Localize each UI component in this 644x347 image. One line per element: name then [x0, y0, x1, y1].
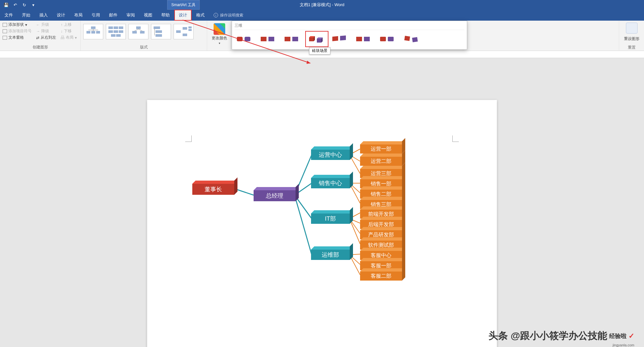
svg-rect-0 — [91, 26, 96, 29]
svg-rect-16 — [140, 31, 145, 34]
node-ops-2[interactable]: 运营二部 — [360, 157, 402, 166]
node-sales-center[interactable]: 销售中心 — [311, 178, 350, 188]
qat-dropdown-icon[interactable]: ▾ — [30, 2, 36, 8]
svg-rect-53 — [340, 35, 346, 41]
svg-rect-50 — [317, 39, 321, 43]
svg-rect-23 — [176, 30, 181, 33]
document-area: 董事长 总经理 运营中心 销售中心 IT部 运维部 运营一部 运营二部 运营三部… — [0, 58, 644, 347]
layout-thumb-3[interactable] — [128, 24, 148, 39]
tab-smartart-design[interactable]: 设计 — [174, 10, 192, 21]
svg-rect-52 — [332, 36, 338, 41]
svg-rect-19 — [154, 26, 160, 29]
save-icon[interactable]: 💾 — [3, 2, 9, 8]
svg-rect-55 — [364, 37, 370, 41]
layout-thumb-4[interactable] — [151, 24, 171, 39]
svg-rect-59 — [412, 37, 418, 42]
group-label-reset: 重置 — [628, 44, 636, 51]
reset-graphic-label[interactable]: 重设图形 — [624, 36, 639, 42]
tab-design-doc[interactable]: 设计 — [52, 10, 70, 21]
text-pane-button[interactable]: 文本窗格 — [3, 35, 32, 40]
ribbon-tabs: 文件 开始 插入 设计 布局 引用 邮件 审阅 视图 帮助 设计 格式 ♀ 操作… — [0, 10, 644, 21]
smartart-org-chart[interactable]: 董事长 总经理 运营中心 销售中心 IT部 运维部 运营一部 运营二部 运营三部… — [170, 139, 473, 345]
tell-me-label: 操作说明搜索 — [220, 13, 243, 18]
move-down-button: ↓ 下移 — [61, 28, 77, 34]
style-3d-brick-scene[interactable]: 砖块场景 — [306, 32, 327, 46]
tell-me-search[interactable]: ♀ 操作说明搜索 — [209, 10, 248, 21]
group-create-graphic: 添加形状 ▾ 添加项目符号 文本窗格 ← 升级 → 降级 ⇄ 从右到左 ↑ 上移… — [0, 21, 81, 51]
smartart-styles-dropdown: 三维 砖块场景 — [232, 21, 467, 50]
tab-references[interactable]: 引用 — [87, 10, 105, 21]
node-cs-2[interactable]: 客服二部 — [360, 272, 402, 281]
layout-thumb-2[interactable] — [106, 24, 126, 39]
svg-rect-6 — [108, 26, 113, 29]
svg-rect-41 — [245, 37, 250, 41]
add-shape-icon — [3, 23, 7, 27]
tab-help[interactable]: 帮助 — [157, 10, 174, 21]
reset-graphic-icon[interactable] — [626, 23, 638, 34]
svg-rect-54 — [356, 37, 362, 41]
node-general-manager[interactable]: 总经理 — [254, 190, 296, 201]
watermark-brand: 经验啦 — [609, 332, 627, 340]
svg-rect-3 — [96, 31, 100, 34]
style-3d-8[interactable] — [402, 32, 423, 46]
svg-rect-10 — [114, 30, 118, 33]
svg-rect-44 — [285, 37, 290, 41]
tab-insert[interactable]: 插入 — [35, 10, 52, 21]
change-colors-button[interactable]: 更改颜色 ▾ — [210, 22, 229, 45]
tab-home[interactable]: 开始 — [17, 10, 35, 21]
undo-icon[interactable]: ↶ — [12, 2, 18, 8]
group-label-layouts: 版式 — [83, 44, 204, 51]
rtl-button[interactable]: ⇄ 从右到左 — [36, 35, 56, 40]
svg-rect-1 — [86, 31, 90, 34]
add-shape-button[interactable]: 添加形状 ▾ — [3, 22, 32, 27]
svg-rect-58 — [404, 36, 410, 41]
tab-layout[interactable]: 布局 — [70, 10, 87, 21]
layout-thumb-5[interactable] — [174, 24, 194, 39]
svg-rect-25 — [183, 34, 187, 36]
node-operations-center[interactable]: 运营中心 — [311, 150, 350, 160]
svg-rect-42 — [261, 37, 267, 41]
watermark: 头条 @跟小小筱学办公技能 经验啦 ✓ jingyanla.com — [488, 329, 634, 342]
svg-rect-47 — [309, 37, 314, 41]
svg-rect-13 — [116, 34, 121, 37]
move-up-button: ↑ 上移 — [61, 22, 77, 27]
svg-rect-2 — [91, 31, 95, 34]
svg-rect-14 — [136, 26, 141, 29]
node-chairman[interactable]: 董事长 — [192, 184, 234, 195]
tab-smartart-format[interactable]: 格式 — [192, 10, 209, 21]
group-layouts: 版式 — [81, 21, 207, 51]
svg-line-17 — [135, 29, 138, 31]
svg-rect-57 — [388, 37, 394, 41]
style-3d-7[interactable] — [378, 32, 399, 46]
layout-thumb-1[interactable] — [83, 24, 103, 39]
svg-rect-11 — [119, 30, 123, 33]
svg-rect-7 — [114, 26, 118, 29]
tab-review[interactable]: 审阅 — [122, 10, 139, 21]
tab-view[interactable]: 视图 — [139, 10, 157, 21]
bullet-icon — [3, 29, 7, 33]
redo-icon[interactable]: ↻ — [21, 2, 27, 8]
smartart-tools-label: SmartArt 工具 — [167, 0, 200, 10]
group-reset: 重设图形 重置 — [619, 21, 644, 51]
style-3d-2[interactable] — [258, 32, 280, 46]
style-3d-1[interactable] — [235, 32, 256, 46]
watermark-check-icon: ✓ — [629, 332, 634, 340]
tab-file[interactable]: 文件 — [0, 10, 17, 21]
styles-3d-label: 三维 — [235, 22, 464, 30]
promote-button: ← 升级 — [36, 22, 56, 27]
style-3d-6[interactable] — [354, 32, 375, 46]
svg-rect-56 — [380, 37, 386, 41]
style-3d-5[interactable] — [330, 32, 351, 46]
page: 董事长 总经理 运营中心 销售中心 IT部 运维部 运营一部 运营二部 运营三部… — [147, 100, 497, 347]
node-ops-maint-dept[interactable]: 运维部 — [311, 250, 350, 260]
group-label-create: 创建图形 — [3, 44, 78, 51]
node-ops-1[interactable]: 运营一部 — [360, 144, 402, 154]
tab-mailings[interactable]: 邮件 — [105, 10, 122, 21]
svg-rect-9 — [108, 30, 113, 33]
svg-rect-20 — [156, 30, 162, 33]
svg-rect-12 — [111, 34, 116, 37]
node-it-dept[interactable]: IT部 — [311, 213, 350, 224]
svg-rect-27 — [188, 29, 192, 31]
style-3d-3[interactable] — [282, 32, 304, 46]
quick-access-toolbar: 💾 ↶ ↻ ▾ — [0, 2, 36, 8]
